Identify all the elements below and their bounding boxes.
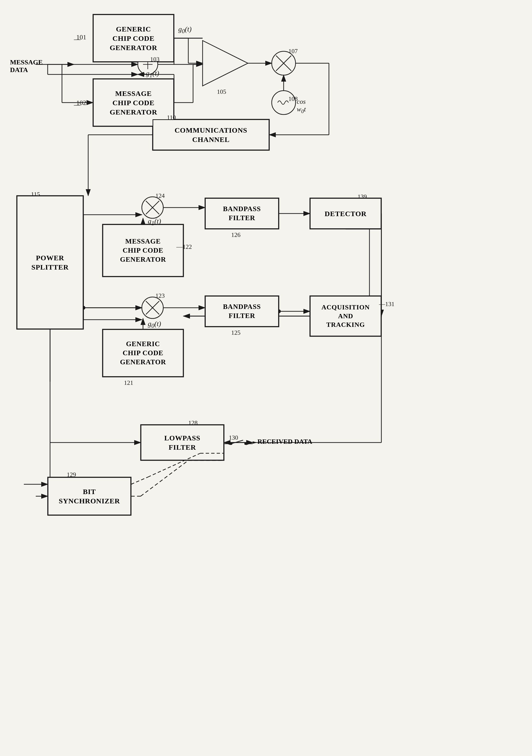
svg-marker-7: [203, 40, 248, 86]
svg-line-102: [148, 453, 200, 477]
svg-line-101: [131, 477, 148, 484]
generic-chip-generator-top: GENERICCHIP CODEGENERATOR: [93, 14, 174, 62]
signal-cos: cosw0t: [297, 98, 306, 115]
ref-139: 139: [358, 193, 367, 201]
ref-124: 124: [155, 192, 165, 200]
svg-point-36: [142, 197, 163, 218]
svg-line-37: [146, 201, 159, 214]
signal-g0t-top: g0(t): [178, 25, 191, 35]
signal-g0t-mid: g0(t): [148, 320, 161, 329]
power-splitter: POWERSPLITTER: [17, 196, 84, 329]
ref-125: 125: [231, 329, 241, 337]
message-chip-generator-mid: MESSAGECHIP CODEGENERATOR: [103, 224, 184, 277]
svg-line-41: [146, 301, 159, 314]
svg-point-8: [272, 51, 295, 75]
svg-line-40: [146, 301, 159, 314]
bandpass-filter-1: BANDPASSFILTER: [205, 198, 279, 229]
generic-chip-generator-mid: GENERICCHIP CODEGENERATOR: [103, 329, 184, 377]
svg-point-11: [272, 91, 295, 115]
ref-122: —122: [176, 243, 192, 251]
ref-103: 103: [150, 56, 160, 63]
ref-108: 108: [289, 95, 298, 103]
ref-115: 115: [31, 191, 40, 198]
svg-point-39: [142, 297, 163, 318]
signal-g1t-mid: g1(t): [148, 217, 161, 227]
bandpass-filter-2: BANDPASSFILTER: [205, 296, 279, 327]
ref-123: 123: [155, 292, 165, 299]
ref-126: 126: [231, 231, 241, 239]
ref-110: 110: [167, 114, 176, 121]
ref-131: —131: [379, 301, 394, 308]
svg-line-9: [276, 56, 291, 71]
ref-105: 105: [217, 88, 226, 95]
signal-g1t-top: g1(t): [146, 69, 159, 79]
comm-channel: COMMUNICATIONSCHANNEL: [153, 119, 269, 150]
ref-107: 107: [289, 48, 298, 55]
detector: DETECTOR: [310, 198, 381, 229]
svg-line-10: [276, 56, 291, 71]
message-data-label: MESSAGEDATA: [10, 59, 43, 74]
svg-line-38: [146, 201, 159, 214]
ref-121: 121: [124, 379, 133, 387]
acq-tracking: ACQUISITIONANDTRACKING: [310, 296, 381, 337]
